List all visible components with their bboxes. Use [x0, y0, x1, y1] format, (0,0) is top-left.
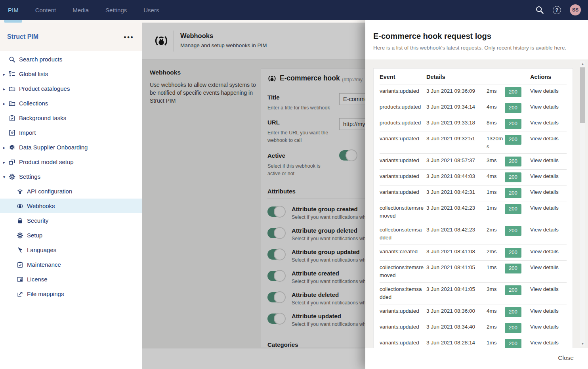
log-datetime: 3 Jun 2021 08:41:08 — [426, 248, 487, 256]
log-datetime: 3 Jun 2021 08:42:23 — [426, 204, 487, 212]
sidebar-item-label: File mappings — [27, 291, 64, 297]
sidebar-item-license[interactable]: License — [0, 272, 142, 287]
scrollbar-up-icon[interactable]: ▲ — [580, 61, 585, 67]
view-details-link[interactable]: View details — [530, 285, 567, 293]
clipboard-check-icon — [9, 115, 15, 121]
col-header-details: Details — [426, 74, 487, 80]
tab-content[interactable]: Content — [35, 7, 56, 13]
clipboard-check-icon — [17, 261, 23, 268]
log-row: variants:updated 3 Jun 2021 08:36:00 4ms… — [380, 304, 567, 320]
chevron-right-icon[interactable]: ▸ — [3, 72, 5, 76]
log-datetime: 3 Jun 2021 09:32:51 — [426, 135, 487, 143]
view-details-link[interactable]: View details — [530, 339, 567, 347]
sidebar-item-product-model-setup[interactable]: ▸ Product model setup — [0, 155, 142, 169]
view-details-link[interactable]: View details — [530, 157, 567, 164]
scrollbar-thumb[interactable] — [580, 67, 585, 123]
log-datetime: 3 Jun 2021 08:36:00 — [426, 307, 487, 315]
panel-subtitle: Here is a list of this webhook's latest … — [373, 45, 566, 51]
api-lock-icon — [17, 188, 23, 195]
log-row: variants:updated 3 Jun 2021 08:44:03 4ms… — [380, 169, 567, 185]
view-details-link[interactable]: View details — [530, 103, 567, 111]
log-datetime: 3 Jun 2021 08:41:05 — [426, 264, 487, 271]
sidebar-item-setup[interactable]: Setup — [0, 228, 142, 243]
view-details-link[interactable]: View details — [530, 172, 567, 180]
sidebar-item-label: Background tasks — [19, 115, 66, 121]
search-icon[interactable] — [535, 6, 544, 14]
sidebar-item-security[interactable]: Security — [0, 213, 142, 228]
view-details-link[interactable]: View details — [530, 135, 567, 143]
log-event: variants:updated — [380, 172, 426, 180]
log-row: products:updated 3 Jun 2021 09:33:18 8ms… — [380, 116, 567, 132]
chevron-right-icon[interactable]: ▸ — [3, 145, 5, 149]
sidebar-item-global-lists[interactable]: ▸ Global lists — [0, 67, 142, 81]
panel-title: E-commerce hook request logs — [373, 32, 491, 41]
log-datetime: 3 Jun 2021 09:33:18 — [426, 119, 487, 127]
view-details-link[interactable]: View details — [530, 307, 567, 315]
chevron-right-icon[interactable]: ▸ — [3, 101, 5, 105]
lock-icon — [17, 217, 23, 224]
view-details-link[interactable]: View details — [530, 323, 567, 331]
scrollbar-down-icon[interactable]: ▼ — [580, 341, 585, 346]
more-options-icon[interactable]: ●●● — [124, 34, 134, 39]
log-event: collections:itemsadded — [380, 226, 426, 242]
status-badge: 200 — [505, 204, 521, 214]
view-details-link[interactable]: View details — [530, 87, 567, 95]
log-row: variants:updated 3 Jun 2021 08:34:40 2ms… — [380, 320, 567, 336]
log-datetime: 3 Jun 2021 08:34:40 — [426, 323, 487, 331]
sidebar-item-import[interactable]: Import — [0, 125, 142, 140]
log-row: collections:itemsremoved 3 Jun 2021 08:4… — [380, 201, 567, 223]
view-details-link[interactable]: View details — [530, 188, 567, 196]
log-datetime: 3 Jun 2021 08:41:05 — [426, 285, 487, 293]
status-badge: 200 — [505, 248, 521, 258]
sidebar-item-label: API configuration — [27, 188, 72, 195]
sidebar-item-maintenance[interactable]: Maintenance — [0, 257, 142, 272]
folder-icon — [9, 85, 15, 92]
sidebar-item-collections[interactable]: ▸ Collections — [0, 96, 142, 111]
sidebar-item-file-mappings[interactable]: File mappings — [0, 287, 142, 301]
tab-media[interactable]: Media — [73, 7, 89, 13]
chevron-right-icon[interactable]: ▸ — [3, 160, 5, 164]
help-icon[interactable]: ? — [553, 6, 561, 14]
sidebar-item-search-products[interactable]: Search products — [0, 52, 142, 67]
log-event: variants:updated — [380, 157, 426, 164]
log-duration: 2ms — [487, 248, 505, 256]
sidebar-menu: Search products ▸ Global lists ▸ Product… — [0, 51, 142, 301]
tab-users[interactable]: Users — [143, 7, 159, 13]
log-duration: 2ms — [487, 226, 505, 234]
sidebar-item-product-catalogues[interactable]: ▸ Product catalogues — [0, 81, 142, 96]
chevron-right-icon[interactable]: ▸ — [3, 86, 5, 91]
status-badge: 200 — [505, 307, 521, 317]
view-details-link[interactable]: View details — [530, 119, 567, 127]
sidebar-item-background-tasks[interactable]: Background tasks — [0, 111, 142, 125]
sidebar-item-label: Settings — [19, 173, 40, 180]
log-row: variants:updated 3 Jun 2021 09:32:51 132… — [380, 132, 567, 153]
webhook-icon — [17, 203, 23, 209]
status-badge: 200 — [505, 157, 521, 166]
view-details-link[interactable]: View details — [530, 204, 567, 212]
log-duration: 1ms — [487, 204, 505, 212]
status-badge: 200 — [505, 323, 521, 333]
avatar[interactable]: SS — [570, 4, 581, 15]
log-event: collections:itemsadded — [380, 285, 426, 301]
log-datetime: 3 Jun 2021 08:42:31 — [426, 188, 487, 196]
status-badge: 200 — [505, 339, 521, 348]
sidebar-item-settings[interactable]: ▾ Settings — [0, 169, 142, 184]
sidebar-item-label: Search products — [19, 56, 62, 63]
tab-settings[interactable]: Settings — [105, 7, 127, 13]
log-duration: 3ms — [487, 285, 505, 293]
sidebar-item-languages[interactable]: Languages — [0, 243, 142, 257]
model-icon — [9, 159, 15, 165]
close-button[interactable]: Close — [558, 354, 574, 361]
chevron-down-icon[interactable]: ▾ — [3, 174, 5, 179]
sidebar-item-webhooks[interactable]: Webhooks — [0, 199, 142, 213]
view-details-link[interactable]: View details — [530, 264, 567, 271]
sidebar-item-api-configuration[interactable]: API configuration — [0, 184, 142, 199]
sidebar-item-data-supplier-onboarding[interactable]: ▸ Data Supplier Onboarding — [0, 140, 142, 155]
view-details-link[interactable]: View details — [530, 226, 567, 234]
list-icon — [9, 71, 15, 77]
log-event: variants:updated — [380, 307, 426, 315]
status-badge: 200 — [505, 135, 521, 145]
view-details-link[interactable]: View details — [530, 248, 567, 256]
tab-pim[interactable]: PIM — [8, 7, 19, 13]
log-row: collections:itemsremoved 3 Jun 2021 08:4… — [380, 260, 567, 282]
